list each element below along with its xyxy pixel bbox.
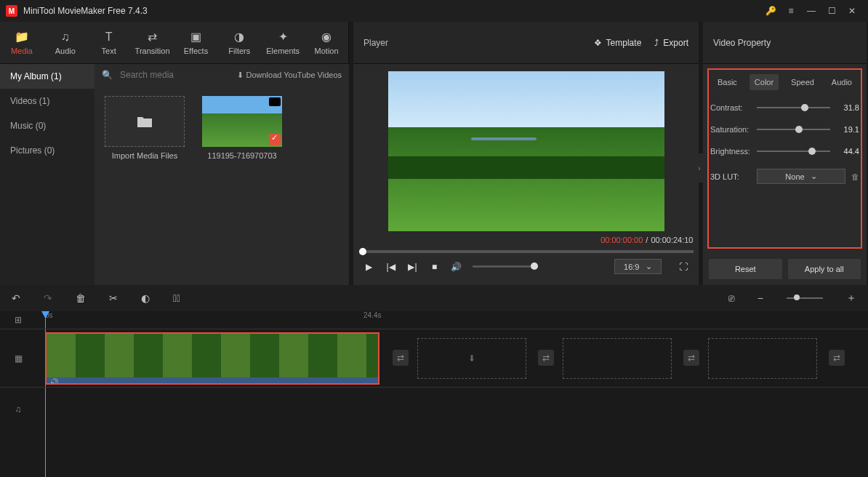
export-icon: ⤴ [654, 38, 659, 48]
maximize-button[interactable]: ☐ [821, 1, 842, 21]
panel-expand-icon[interactable]: › [694, 153, 704, 183]
fullscreen-button[interactable]: ⛶ [678, 261, 689, 273]
delete-button[interactable]: 🗑 [76, 292, 86, 304]
chevron-down-icon: ⌄ [646, 262, 652, 271]
trash-icon[interactable]: 🗑 [851, 172, 859, 181]
redo-button[interactable]: ↷ [44, 292, 52, 304]
tab-motion[interactable]: ◉Motion [305, 22, 348, 63]
motion-icon: ◉ [320, 31, 333, 44]
crop-button[interactable]: ✂⃞ [173, 292, 180, 304]
prop-slider[interactable] [757, 151, 830, 152]
video-clip[interactable]: 🔊 [45, 332, 379, 385]
prop-slider[interactable] [757, 129, 830, 130]
player-title: Player [363, 38, 388, 48]
drop-zone[interactable] [708, 338, 817, 379]
tab-text[interactable]: TText [87, 22, 131, 63]
timeline-toolbar: ↶ ↷ 🗑 ✂ ◐ ✂⃞ ⎚ − ＋ [0, 285, 868, 311]
timeline-ruler[interactable]: 0s 24.4s [36, 311, 868, 329]
next-frame-button[interactable]: ▶| [407, 261, 419, 273]
property-panel: Video Property BasicColorSpeedAudio Cont… [703, 22, 867, 285]
tab-media[interactable]: 📁Media [0, 22, 44, 63]
color-properties-highlight: BasicColorSpeedAudio Contrast:31.8Satura… [707, 68, 862, 249]
zoom-slider[interactable] [787, 297, 823, 299]
video-track[interactable]: 🔊 ⇄ ⬇ ⇄ ⇄ ⇄ [36, 329, 868, 387]
sidebar-item[interactable]: Music (0) [0, 113, 95, 138]
app-title: MiniTool MovieMaker Free 7.4.3 [23, 6, 148, 16]
media-sidebar: My Album (1)Videos (1)Music (0)Pictures … [0, 64, 95, 285]
layers-icon: ❖ [594, 38, 602, 48]
reset-button[interactable]: Reset [709, 259, 782, 279]
fit-icon[interactable]: ⎚ [728, 292, 734, 304]
seek-bar[interactable] [359, 250, 694, 253]
split-button[interactable]: ✂ [109, 292, 118, 304]
audio-track-icon: ♫ [0, 387, 36, 430]
zoom-out-button[interactable]: − [758, 292, 763, 304]
clip-audio-icon: 🔊 [49, 378, 58, 385]
apply-all-button[interactable]: Apply to all [788, 259, 861, 279]
media-panel: 📁Media♫AudioTText⇄Transition▣Effects◑Fil… [0, 22, 349, 285]
selected-badge-icon [269, 134, 281, 145]
template-button[interactable]: ❖Template [594, 38, 642, 48]
key-icon[interactable]: 🔑 [760, 1, 781, 21]
close-button[interactable]: ✕ [842, 1, 862, 21]
menu-icon[interactable]: ≡ [781, 1, 801, 21]
lut-select[interactable]: None⌄ [757, 169, 845, 184]
property-tab-color[interactable]: Color [750, 74, 779, 90]
elements-icon: ✦ [276, 31, 289, 44]
export-button[interactable]: ⤴Export [654, 38, 688, 48]
tab-effects[interactable]: ▣Effects [174, 22, 218, 63]
search-icon: 🔍 [102, 70, 113, 80]
property-tab-audio[interactable]: Audio [827, 74, 857, 90]
transition-slot[interactable]: ⇄ [829, 350, 845, 366]
video-badge-icon [269, 97, 281, 106]
sidebar-item[interactable]: Pictures (0) [0, 138, 95, 163]
audio-track[interactable] [36, 387, 868, 430]
aspect-ratio-select[interactable]: 16:9⌄ [614, 259, 661, 274]
download-icon: ⬇ [237, 71, 244, 80]
prop-label: Brightness: [710, 147, 751, 156]
media-thumbnail[interactable]: 119195-716970703 [202, 96, 282, 160]
transition-slot[interactable]: ⇄ [538, 350, 554, 366]
play-button[interactable]: ▶ [363, 261, 375, 273]
transition-slot[interactable]: ⇄ [393, 350, 409, 366]
video-preview [388, 71, 664, 231]
current-time: 00:00:00:00 [600, 236, 643, 244]
tab-transition[interactable]: ⇄Transition [131, 22, 174, 63]
prop-slider[interactable] [757, 107, 830, 108]
sidebar-item[interactable]: My Album (1) [0, 64, 95, 89]
effects-icon: ▣ [189, 31, 202, 44]
app-logo-icon: M [6, 5, 17, 17]
prop-label: Saturation: [710, 125, 751, 134]
property-tab-basic[interactable]: Basic [712, 74, 742, 90]
tab-audio[interactable]: ♫Audio [44, 22, 87, 63]
chevron-down-icon: ⌄ [811, 172, 817, 181]
undo-button[interactable]: ↶ [12, 292, 20, 304]
thumbnail-label: 119195-716970703 [202, 151, 282, 160]
zoom-in-button[interactable]: ＋ [846, 292, 856, 305]
stop-button[interactable]: ■ [429, 261, 441, 273]
tab-elements[interactable]: ✦Elements [261, 22, 305, 63]
filters-icon: ◑ [233, 31, 246, 44]
lut-label: 3D LUT: [710, 172, 751, 181]
property-title: Video Property [703, 22, 867, 64]
video-track-icon: ▦ [0, 329, 36, 387]
tab-filters[interactable]: ◑Filters [217, 22, 261, 63]
transition-slot[interactable]: ⇄ [683, 350, 699, 366]
transition-icon: ⇄ [146, 31, 159, 44]
add-track-button[interactable]: ⊞ [0, 311, 36, 329]
property-tab-speed[interactable]: Speed [786, 74, 819, 90]
speed-button[interactable]: ◐ [141, 292, 150, 304]
download-youtube-button[interactable]: ⬇Download YouTube Videos [237, 71, 342, 80]
volume-icon[interactable]: 🔊 [451, 261, 462, 273]
drop-zone[interactable] [563, 338, 672, 379]
search-input[interactable] [120, 70, 230, 80]
sidebar-item[interactable]: Videos (1) [0, 89, 95, 113]
import-media-button[interactable] [105, 96, 185, 147]
prev-frame-button[interactable]: |◀ [385, 261, 397, 273]
prop-value: 44.4 [836, 147, 859, 156]
top-toolbar: 📁Media♫AudioTText⇄Transition▣Effects◑Fil… [0, 22, 349, 64]
minimize-button[interactable]: — [801, 1, 821, 21]
volume-slider[interactable] [473, 265, 538, 268]
drop-zone[interactable]: ⬇ [417, 338, 526, 379]
total-time: 00:00:24:10 [651, 236, 693, 244]
